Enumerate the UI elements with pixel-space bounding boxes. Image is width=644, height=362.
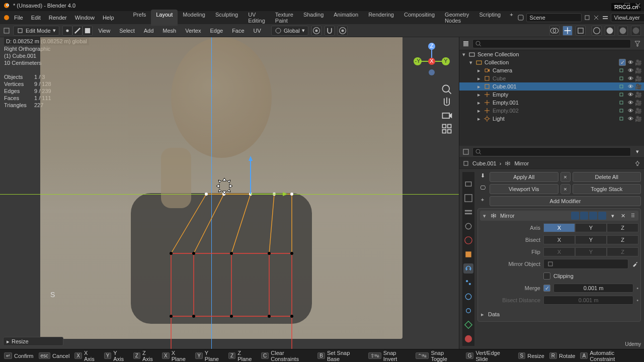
chevron-down-icon[interactable]: ▾ [611,213,614,219]
pivot-point-button[interactable] [311,26,321,36]
mode-selector[interactable]: Edit Mode ▾ [13,26,59,36]
proportional-edit-button[interactable] [338,26,348,36]
menu-add[interactable]: Add [141,26,157,36]
pan-nav-button[interactable] [441,97,453,109]
tree-row[interactable]: ▸ Camera 👁 🎥 [459,66,644,74]
tree-row[interactable]: ▸ Cube 👁 🎥 [459,74,644,82]
menu-face[interactable]: Face [229,26,247,36]
viewlayer-selector[interactable]: ViewLayer [611,13,644,22]
properties-search[interactable] [472,147,631,156]
pin-icon[interactable] [634,160,641,167]
tab-data-icon[interactable] [463,320,473,330]
eye-icon[interactable]: 👁 [627,115,634,122]
disclosure-icon[interactable]: ▸ [476,83,481,90]
scene-browse-icon[interactable] [517,14,524,21]
face-select-button[interactable] [83,26,93,36]
outliner-tree[interactable]: ▾ Scene Collection ▾ Collection ✓ 👁 🎥 ▸ [459,50,644,146]
delete-x-button[interactable]: × [560,172,571,182]
eye-icon[interactable]: 👁 [627,67,634,74]
flip-x-button[interactable]: X [543,247,575,256]
camera-icon[interactable]: 🎥 [635,115,642,122]
tab-animation[interactable]: Animation [329,10,363,26]
extras-icon[interactable]: ⠿ [629,212,636,219]
tab-constraints-icon[interactable] [463,306,473,316]
menu-render[interactable]: Render [45,13,71,23]
delete-all-button[interactable]: Delete All [573,172,641,182]
tab-texture-paint[interactable]: Texture Paint [270,10,298,26]
tab-modifiers-icon[interactable] [463,263,473,274]
axis-y-button[interactable]: Y [575,223,607,232]
tab-output-icon[interactable] [463,193,473,203]
tab-scene-icon[interactable] [463,221,473,231]
axis-z-button[interactable]: Z [607,223,638,232]
disclosure-icon[interactable]: ▾ [468,59,473,66]
animate-dot-icon[interactable]: • [636,297,638,303]
tree-row[interactable]: ▸ Light 👁 🎥 [459,115,644,123]
camera-icon[interactable]: 🎥 [635,99,642,106]
editor-type-icon[interactable] [3,27,10,34]
options-icon[interactable]: ▾ [634,148,641,155]
zoom-nav-button[interactable] [441,83,453,96]
add-plus-icon[interactable]: + [477,196,488,203]
tab-layout[interactable]: Layout [151,10,178,26]
animate-dot-icon[interactable]: • [636,285,638,291]
menu-view[interactable]: View [96,26,114,36]
disclosure-icon[interactable]: ▸ [476,75,481,82]
menu-edge[interactable]: Edge [207,26,226,36]
merge-value[interactable]: 0.001 m [553,284,633,293]
disclosure-icon[interactable]: ▸ [476,100,481,106]
shading-solid[interactable] [605,26,615,36]
tab-render-icon[interactable] [463,179,473,189]
viewport-vis-button[interactable]: Viewport Vis [490,184,558,194]
eye-icon[interactable]: 👁 [627,99,634,106]
menu-mesh[interactable]: Mesh [159,26,179,36]
eye-icon[interactable]: 👁 [627,83,634,90]
modifier-header[interactable]: ▾ Mirror ▾ ✕ ⠿ [480,211,638,221]
disclosure-icon[interactable]: ▸ [476,92,481,98]
bisect-x-button[interactable]: X [543,235,575,244]
outliner-icon[interactable] [462,40,469,47]
disclosure-icon[interactable]: ▸ [476,108,481,114]
exclude-toggle[interactable]: ✓ [619,59,626,66]
viewlayer-browse-icon[interactable] [602,14,609,21]
disclosure-icon[interactable]: ▸ [480,311,485,318]
camera-icon[interactable]: 🎥 [635,91,642,98]
shading-wireframe[interactable] [592,26,602,36]
tree-row[interactable]: ▸ Empty.002 👁 🎥 [459,107,644,115]
disclosure-icon[interactable]: ▸ [476,67,481,74]
tab-sculpting[interactable]: Sculpting [210,10,243,26]
tab-modeling[interactable]: Modeling [178,10,210,26]
menu-file[interactable]: File [10,13,27,23]
flip-y-button[interactable]: Y [575,247,607,256]
tab-shading[interactable]: Shading [298,10,329,26]
perspective-nav-button[interactable] [441,123,453,135]
tab-uv-editing[interactable]: UV Editing [243,10,270,26]
tree-row[interactable]: ▸ Cube.001 👁 🎥 [459,82,644,90]
camera-icon[interactable]: 🎥 [635,83,642,90]
tab-object-icon[interactable] [463,249,473,259]
bisect-distance-value[interactable]: 0.001 m [543,296,633,305]
data-subpanel-label[interactable]: Data [488,311,500,317]
tree-row[interactable]: ▸ Empty 👁 🎥 [459,90,644,99]
shading-materialpreview[interactable] [618,26,628,36]
3d-viewport[interactable]: D: 0.08252 m (0.08252 m) global Right Or… [0,37,459,349]
menu-window[interactable]: Window [71,13,99,23]
bisect-y-button[interactable]: Y [575,235,607,244]
disclosure-icon[interactable]: ▾ [461,51,466,58]
scene-new-icon[interactable] [584,14,591,21]
tab-particles-icon[interactable] [463,278,473,288]
menu-uv[interactable]: UV [251,26,264,36]
breadcrumb-modifier[interactable]: Mirror [514,160,529,166]
xray-toggle[interactable] [576,26,586,36]
tab-compositing[interactable]: Compositing [399,10,440,26]
camera-icon[interactable]: 🎥 [635,75,642,82]
eye-icon[interactable]: 👁 [627,91,634,98]
camera-nav-button[interactable] [441,110,453,122]
tab-physics-icon[interactable] [463,292,473,302]
realtime-toggle[interactable] [589,212,597,220]
tab-material-icon[interactable] [463,334,473,344]
scene-unlink-icon[interactable] [593,14,600,21]
axis-x-button[interactable]: X [543,223,575,232]
clipping-checkbox[interactable] [543,273,550,280]
last-operator-panel[interactable]: ▸ Resize [3,337,63,346]
